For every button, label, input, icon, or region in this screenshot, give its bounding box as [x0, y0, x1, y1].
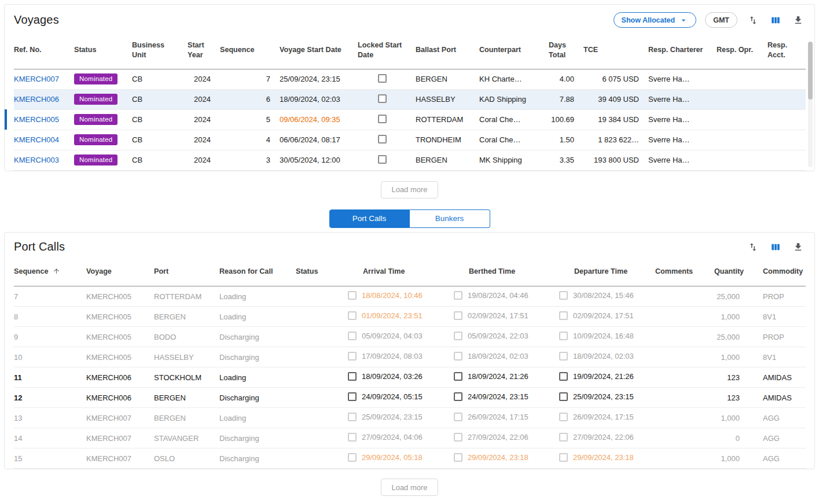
port-calls-column-header-port[interactable]: Port — [154, 259, 219, 286]
voyages-column-header-voyage-start-date[interactable]: Voyage Start Date — [280, 33, 358, 69]
departure-time-checkbox[interactable] — [559, 291, 568, 300]
berthed-time-checkbox[interactable] — [454, 332, 462, 340]
voyages-column-header-ballast-port[interactable]: Ballast Port — [416, 33, 479, 69]
voyage-ref-link[interactable]: KMERCH003 — [14, 156, 59, 164]
locked-start-date-checkbox[interactable] — [378, 155, 387, 164]
voyages-column-header-status[interactable]: Status — [74, 33, 132, 69]
arrival-time-checkbox[interactable] — [348, 433, 357, 442]
port-calls-column-header-voyage[interactable]: Voyage — [86, 259, 154, 286]
cell-quantity: 1,000 — [714, 347, 749, 367]
cell-bu: CB — [132, 89, 188, 109]
port-call-row[interactable]: 10KMERCH005HASSELBYDischarging17/09/2024… — [14, 347, 806, 367]
locked-start-date-checkbox[interactable] — [378, 74, 387, 83]
download-icon[interactable] — [791, 13, 805, 27]
port-calls-column-header-departure-time[interactable]: Departure Time — [559, 259, 655, 286]
arrival-time-checkbox[interactable] — [348, 453, 357, 462]
voyages-column-header-start-year[interactable]: Start Year — [188, 33, 220, 69]
download-icon[interactable] — [791, 240, 805, 254]
columns-icon[interactable] — [769, 13, 783, 27]
port-calls-column-header-arrival-time[interactable]: Arrival Time — [348, 259, 454, 286]
voyages-column-header-business-unit[interactable]: Business Unit — [132, 33, 188, 69]
arrival-time-checkbox[interactable] — [348, 332, 357, 340]
port-calls-column-header-comments[interactable]: Comments — [655, 259, 714, 286]
berthed-time-checkbox[interactable] — [454, 311, 462, 320]
port-calls-load-more-button[interactable]: Load more — [381, 479, 438, 496]
port-calls-column-header-commodity[interactable]: Commodity — [749, 259, 806, 286]
departure-time-checkbox[interactable] — [559, 453, 568, 462]
arrival-time-checkbox[interactable] — [348, 392, 357, 401]
voyage-ref-link[interactable]: KMERCH006 — [14, 95, 59, 104]
port-call-row[interactable]: 15KMERCH007OSLODischarging29/09/2024, 05… — [14, 448, 806, 469]
berthed-time-checkbox[interactable] — [454, 291, 462, 300]
berthed-time-checkbox[interactable] — [454, 433, 462, 442]
berthed-time-checkbox[interactable] — [454, 413, 462, 421]
arrival-time-checkbox[interactable] — [348, 291, 357, 300]
voyages-scrollbar[interactable] — [808, 42, 813, 167]
cell-start: 06/06/2024, 08:17 — [280, 130, 358, 150]
voyage-ref-link[interactable]: KMERCH005 — [14, 115, 59, 124]
locked-start-date-checkbox[interactable] — [378, 115, 387, 123]
voyages-column-header-tce[interactable]: TCE — [583, 33, 648, 69]
voyage-row[interactable]: KMERCH004NominatedCB2024406/06/2024, 08:… — [14, 130, 806, 150]
arrival-time-checkbox[interactable] — [348, 372, 357, 381]
voyage-ref-link[interactable]: KMERCH007 — [14, 75, 59, 83]
voyages-column-header-resp-acct[interactable]: Resp. Acct. — [767, 33, 806, 69]
tab-port-calls[interactable]: Port Calls — [329, 209, 410, 228]
voyages-column-header-locked-start-date[interactable]: Locked Start Date — [358, 33, 416, 69]
departure-time-checkbox[interactable] — [559, 372, 568, 381]
voyages-column-header-ref-no[interactable]: Ref. No. — [14, 33, 74, 69]
voyages-column-header-counterpart[interactable]: Counterpart — [479, 33, 549, 69]
port-calls-column-header-berthed-time[interactable]: Berthed Time — [454, 259, 559, 286]
berthed-time-checkbox[interactable] — [454, 453, 462, 462]
columns-icon[interactable] — [769, 240, 783, 254]
port-call-row[interactable]: 11KMERCH006STOCKHOLMLoading18/09/2024, 0… — [14, 367, 806, 388]
port-calls-column-header-sequence[interactable]: Sequence — [14, 259, 86, 286]
port-calls-column-header-reason-for-call[interactable]: Reason for Call — [219, 259, 296, 286]
berthed-time-checkbox[interactable] — [454, 352, 462, 360]
departure-time-checkbox[interactable] — [559, 413, 568, 421]
cell-status — [296, 428, 348, 448]
voyages-column-header-sequence[interactable]: Sequence — [220, 33, 280, 69]
voyages-column-header-resp-opr[interactable]: Resp. Opr. — [717, 33, 767, 69]
port-call-row[interactable]: 13KMERCH007BERGENLoading25/09/2024, 23:1… — [14, 408, 806, 428]
tab-bunkers[interactable]: Bunkers — [410, 209, 490, 228]
arrival-time-checkbox[interactable] — [348, 352, 357, 360]
locked-start-date-checkbox[interactable] — [378, 135, 387, 144]
departure-time-checkbox[interactable] — [559, 433, 568, 442]
sort-icon[interactable] — [746, 240, 760, 254]
departure-time-checkbox[interactable] — [559, 352, 568, 360]
departure-time-checkbox[interactable] — [559, 392, 568, 401]
voyage-row[interactable]: KMERCH003NominatedCB2024330/05/2024, 12:… — [14, 150, 806, 170]
port-calls-column-header-quantity[interactable]: Quantity — [714, 259, 749, 286]
voyages-header-row: Ref. No.StatusBusiness UnitStart YearSeq… — [14, 33, 806, 69]
berthed-time-checkbox[interactable] — [454, 392, 462, 401]
departure-time-checkbox[interactable] — [559, 311, 568, 320]
departure-time: 25/09/2024, 23:15 — [573, 392, 634, 401]
voyage-row[interactable]: KMERCH005NominatedCB2024509/06/2024, 09:… — [14, 109, 806, 130]
voyage-row[interactable]: KMERCH007NominatedCB2024725/09/2024, 23:… — [14, 69, 806, 89]
cell-reason: Loading — [219, 286, 296, 307]
voyage-row[interactable]: KMERCH006NominatedCB2024618/09/2024, 02:… — [14, 89, 806, 109]
locked-start-date-checkbox[interactable] — [378, 94, 387, 103]
voyages-column-header-days-total[interactable]: Days Total — [549, 33, 583, 69]
voyages-column-header-resp-charterer[interactable]: Resp. Charterer — [648, 33, 717, 69]
sort-icon[interactable] — [746, 13, 760, 27]
arrival-time-checkbox[interactable] — [348, 311, 357, 320]
cell-reason: Discharging — [219, 327, 296, 347]
port-call-row[interactable]: 12KMERCH006BERGENDischarging24/09/2024, … — [14, 388, 806, 408]
port-call-row[interactable]: 8KMERCH005BERGENLoading01/09/2024, 23:51… — [14, 307, 806, 327]
port-call-row[interactable]: 7KMERCH005ROTTERDAMLoading18/08/2024, 10… — [14, 286, 806, 307]
cell-ref: KMERCH005 — [14, 109, 74, 130]
voyages-load-more-button[interactable]: Load more — [381, 181, 438, 198]
gmt-timezone-button[interactable]: GMT — [705, 12, 737, 28]
arrival-time: 18/09/2024, 03:26 — [362, 372, 423, 381]
arrival-time-checkbox[interactable] — [348, 413, 357, 421]
port-calls-column-header-status[interactable]: Status — [296, 259, 348, 286]
berthed-time-checkbox[interactable] — [454, 372, 462, 381]
voyage-ref-link[interactable]: KMERCH004 — [14, 135, 59, 144]
show-allocated-dropdown[interactable]: Show Allocated — [614, 12, 697, 28]
scrollbar-thumb[interactable] — [808, 42, 813, 100]
port-call-row[interactable]: 14KMERCH007STAVANGERDischarging27/09/202… — [14, 428, 806, 448]
port-call-row[interactable]: 9KMERCH005BODODischarging05/09/2024, 04:… — [14, 327, 806, 347]
departure-time-checkbox[interactable] — [559, 332, 568, 340]
